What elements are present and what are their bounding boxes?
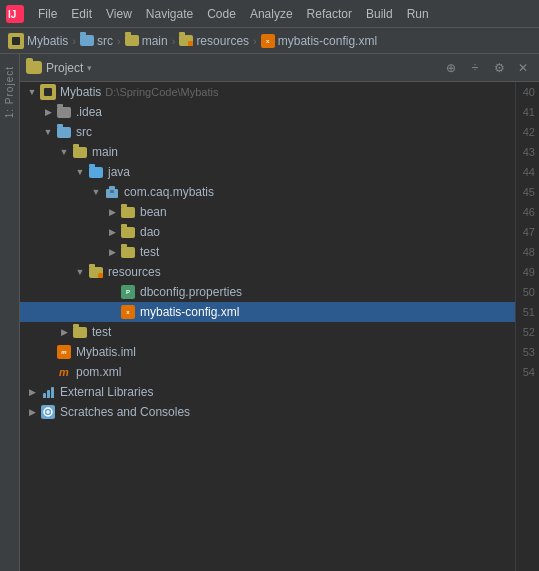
- expand-main[interactable]: [56, 142, 72, 162]
- line-50: 50: [523, 282, 535, 302]
- folder-src-tree-icon: [57, 127, 71, 138]
- line-43: 43: [523, 142, 535, 162]
- line-48: 48: [523, 242, 535, 262]
- expand-dao[interactable]: [104, 222, 120, 242]
- breadcrumb-label: Mybatis: [27, 34, 68, 48]
- tree-node-main[interactable]: main: [20, 142, 515, 162]
- expand-bean[interactable]: [104, 202, 120, 222]
- breadcrumb-sep-4: ›: [253, 35, 257, 47]
- expand-test-pkg[interactable]: [104, 242, 120, 262]
- menu-code[interactable]: Code: [201, 5, 242, 23]
- breadcrumb-main[interactable]: main: [125, 34, 168, 48]
- settings-button[interactable]: ⚙: [489, 58, 509, 78]
- project-icon: [8, 33, 24, 49]
- node-label-mybatis-config: mybatis-config.xml: [140, 305, 239, 319]
- breadcrumb: Mybatis › src › main › resources › x myb…: [0, 28, 539, 54]
- maven-pom-icon: m: [57, 365, 71, 379]
- tree-node-mybatis[interactable]: Mybatis D:\SpringCode\Mybatis: [20, 82, 515, 102]
- tree-node-pom[interactable]: m pom.xml: [20, 362, 515, 382]
- menu-view[interactable]: View: [100, 5, 138, 23]
- icon-mybatis-config: x: [120, 304, 136, 320]
- tree-node-bean[interactable]: bean: [20, 202, 515, 222]
- icon-resources: [88, 264, 104, 280]
- tree-node-ext-libs[interactable]: External Libraries: [20, 382, 515, 402]
- xml-file-tree-icon: x: [121, 305, 135, 319]
- panel-dropdown-arrow[interactable]: ▾: [87, 63, 92, 73]
- expand-mybatis[interactable]: [24, 82, 40, 102]
- menu-navigate[interactable]: Navigate: [140, 5, 199, 23]
- expand-test-src[interactable]: [56, 322, 72, 342]
- expand-src[interactable]: [40, 122, 56, 142]
- node-label-test-pkg: test: [140, 245, 159, 259]
- expand-resources[interactable]: [72, 262, 88, 282]
- menu-build[interactable]: Build: [360, 5, 399, 23]
- menu-run[interactable]: Run: [401, 5, 435, 23]
- panel-title: Project: [46, 61, 83, 75]
- tree-node-iml[interactable]: m Mybatis.iml: [20, 342, 515, 362]
- folder-idea-icon: [57, 107, 71, 118]
- node-label-src: src: [76, 125, 92, 139]
- menu-refactor[interactable]: Refactor: [301, 5, 358, 23]
- breadcrumb-label: main: [142, 34, 168, 48]
- svg-rect-4: [110, 190, 114, 193]
- folder-java-tree-icon: [89, 167, 103, 178]
- expand-java[interactable]: [72, 162, 88, 182]
- tree-node-mybatis-config[interactable]: x mybatis-config.xml: [20, 302, 515, 322]
- layout-button[interactable]: ÷: [465, 58, 485, 78]
- tree-node-idea[interactable]: .idea: [20, 102, 515, 122]
- breadcrumb-src[interactable]: src: [80, 34, 113, 48]
- node-label-iml: Mybatis.iml: [76, 345, 136, 359]
- expand-ext-libs[interactable]: [24, 382, 40, 402]
- node-label-ext-libs: External Libraries: [60, 385, 153, 399]
- tree-node-java[interactable]: java: [20, 162, 515, 182]
- tree-node-resources[interactable]: resources: [20, 262, 515, 282]
- icon-dbconfig: P: [120, 284, 136, 300]
- node-label-java: java: [108, 165, 130, 179]
- folder-bean-icon: [121, 207, 135, 218]
- menu-analyze[interactable]: Analyze: [244, 5, 299, 23]
- project-root-icon: [40, 84, 56, 100]
- tree-node-test-pkg[interactable]: test: [20, 242, 515, 262]
- menu-edit[interactable]: Edit: [65, 5, 98, 23]
- folder-main-tree-icon: [73, 147, 87, 158]
- tree-node-dbconfig[interactable]: P dbconfig.properties: [20, 282, 515, 302]
- icon-test-src: [72, 324, 88, 340]
- tree-node-dao[interactable]: dao: [20, 222, 515, 242]
- breadcrumb-sep-2: ›: [117, 35, 121, 47]
- iml-file-icon: m: [57, 345, 71, 359]
- breadcrumb-resources[interactable]: resources: [179, 34, 249, 48]
- breadcrumb-mybatis[interactable]: Mybatis: [8, 33, 68, 49]
- icon-project: [40, 84, 56, 100]
- line-54: 54: [523, 362, 535, 382]
- breadcrumb-sep-1: ›: [72, 35, 76, 47]
- line-49: 49: [523, 262, 535, 282]
- breadcrumb-label: src: [97, 34, 113, 48]
- icon-pom: m: [56, 364, 72, 380]
- tree-node-test-src[interactable]: test: [20, 322, 515, 342]
- breadcrumb-xml[interactable]: x mybatis-config.xml: [261, 34, 377, 48]
- panel-tab-label[interactable]: 1: Project: [4, 66, 15, 118]
- scratches-svg: [43, 407, 53, 417]
- locate-button[interactable]: ⊕: [441, 58, 461, 78]
- expand-idea[interactable]: [40, 102, 56, 122]
- line-42: 42: [523, 122, 535, 142]
- panel-header: Project ▾ ⊕ ÷ ⚙ ✕: [20, 54, 539, 82]
- line-45: 45: [523, 182, 535, 202]
- line-47: 47: [523, 222, 535, 242]
- tree-node-package[interactable]: com.caq.mybatis: [20, 182, 515, 202]
- icon-java: [88, 164, 104, 180]
- scratches-folder-icon: [41, 405, 55, 419]
- expand-scratches[interactable]: [24, 402, 40, 422]
- tree-node-src[interactable]: src: [20, 122, 515, 142]
- expand-package[interactable]: [88, 182, 104, 202]
- tree-node-scratches[interactable]: Scratches and Consoles: [20, 402, 515, 422]
- menu-file[interactable]: File: [32, 5, 63, 23]
- panel-folder-icon: [26, 61, 42, 74]
- package-svg-icon: [105, 185, 119, 199]
- properties-file-icon: P: [121, 285, 135, 299]
- close-button[interactable]: ✕: [513, 58, 533, 78]
- node-label-pom: pom.xml: [76, 365, 121, 379]
- icon-package: [104, 184, 120, 200]
- icon-idea: [56, 104, 72, 120]
- node-label-main: main: [92, 145, 118, 159]
